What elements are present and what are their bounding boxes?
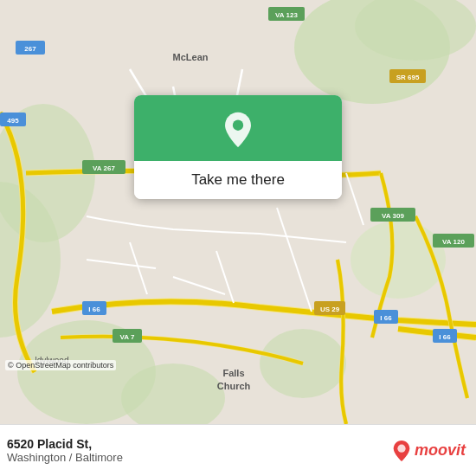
moovit-logo: moovit: [392, 440, 466, 462]
svg-text:VA 7: VA 7: [120, 333, 135, 341]
svg-text:VA 123: VA 123: [275, 11, 298, 19]
location-pin-icon: [219, 111, 257, 149]
svg-text:Falls: Falls: [222, 368, 244, 378]
moovit-pin-icon: [392, 440, 411, 462]
svg-text:I 66: I 66: [380, 314, 392, 322]
tooltip-green-section: [134, 95, 342, 161]
svg-text:McLean: McLean: [173, 52, 209, 62]
svg-point-8: [351, 221, 446, 299]
address-section: 6520 Placid St, Washington / Baltimore: [7, 437, 123, 464]
svg-text:SR 695: SR 695: [396, 74, 420, 81]
map-container: 267 VA 267 495 VA 309 VA 120 I 66 I 66 I…: [0, 0, 476, 424]
take-me-there-button[interactable]: Take me there: [191, 171, 285, 189]
svg-text:I 66: I 66: [88, 306, 100, 313]
city-line: Washington / Baltimore: [7, 451, 123, 464]
tooltip-text-section: Take me there: [134, 161, 342, 199]
svg-text:VA 267: VA 267: [93, 164, 115, 172]
svg-text:267: 267: [24, 45, 36, 53]
svg-text:Church: Church: [217, 381, 251, 391]
svg-text:US 29: US 29: [320, 306, 340, 313]
svg-text:495: 495: [7, 117, 19, 125]
tooltip-card: Take me there: [134, 95, 342, 199]
svg-text:VA 120: VA 120: [442, 238, 465, 246]
bottom-bar: 6520 Placid St, Washington / Baltimore m…: [0, 424, 476, 476]
copyright-text: © OpenStreetMap contributors: [5, 360, 116, 370]
moovit-wordmark: moovit: [415, 441, 466, 460]
address-line: 6520 Placid St,: [7, 437, 123, 451]
svg-point-39: [397, 444, 405, 452]
svg-text:I 66: I 66: [439, 333, 451, 341]
svg-text:VA 309: VA 309: [382, 212, 404, 220]
svg-point-38: [233, 120, 243, 131]
